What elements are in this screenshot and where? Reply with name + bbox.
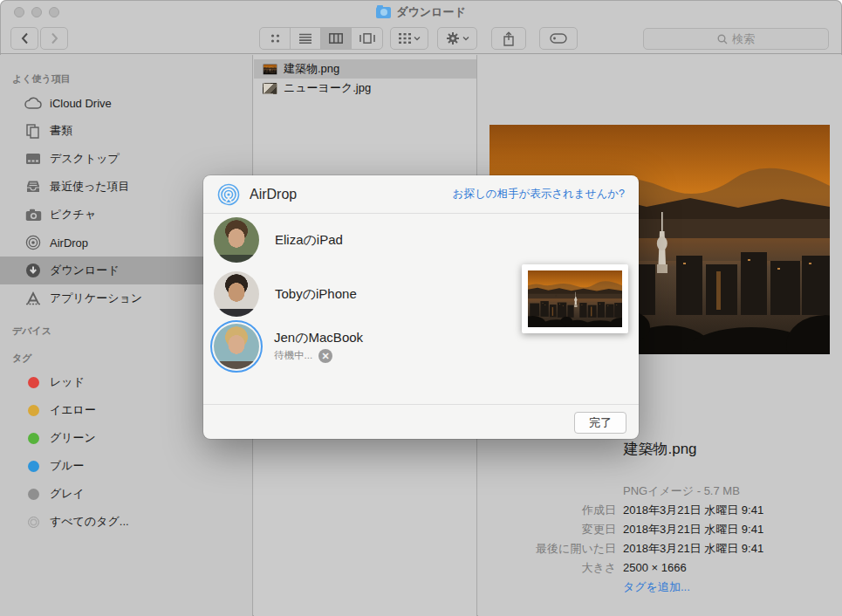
modified-value: 2018年3月21日 水曜日 9:41 [623,520,763,539]
airdrop-person-jen[interactable]: JenのMacBook 待機中... ✕ [214,324,363,368]
dimensions-value: 2500 × 1666 [623,558,687,578]
share-button[interactable] [491,27,526,50]
chevron-down-icon [414,35,421,42]
all-tags-dot-icon [28,517,39,528]
downloads-folder-icon [376,7,391,18]
list-view-icon [299,33,311,44]
last-opened-value: 2018年3月21日 水曜日 9:41 [623,539,763,558]
tag-label: グリーン [50,430,96,446]
modified-label: 変更日 [478,520,616,539]
blue-tag-dot-icon [28,461,39,472]
finder-window: ダウンロード [0,0,842,616]
camera-icon [24,206,42,223]
file-row-newyork-jpg[interactable]: ニューヨーク.jpg [254,79,476,98]
search-icon [717,34,728,44]
person-name: JenのMacBook [274,330,363,346]
sidebar-item-icloud-drive[interactable]: iCloud Drive [0,89,252,117]
sidebar-item-label: ダウンロード [50,263,120,278]
recents-tray-icon [24,178,42,195]
file-name: ニューヨーク.jpg [284,80,371,96]
column-view-button[interactable] [321,28,352,49]
tag-button[interactable] [539,27,578,50]
person-name: ElizaのiPad [275,232,343,249]
favorites-section-header: よく使う項目 [0,67,252,89]
green-tag-dot-icon [28,433,39,444]
sidebar-item-desktop[interactable]: デスクトップ [0,145,252,173]
group-icon [399,33,411,44]
applications-icon [24,290,42,307]
airdrop-person-eliza[interactable]: ElizaのiPad [214,217,343,263]
shared-file-thumbnail [522,264,628,333]
newyork-file-thumbnail-icon [263,83,277,94]
list-view-button[interactable] [291,28,321,49]
gallery-view-icon [359,33,375,44]
sidebar-item-label: デスクトップ [50,151,120,167]
tag-label: ブルー [50,458,85,474]
gray-tag-dot-icon [28,489,39,500]
tag-label: イエロー [50,402,96,418]
preview-filename: 建築物.png [478,439,842,459]
airdrop-dialog-header: AirDrop お探しの相手が表示されませんか? [203,175,639,214]
cloud-icon [24,94,42,112]
document-icon [24,122,42,140]
cancel-transfer-icon[interactable]: ✕ [318,349,332,363]
file-name: 建築物.png [284,61,339,77]
chevron-left-icon [21,32,29,44]
forward-button[interactable] [40,27,68,50]
add-tags-link[interactable]: タグを追加... [623,578,690,597]
created-label: 作成日 [478,501,616,520]
sidebar-item-label: アプリケーション [50,291,142,306]
title-bar: ダウンロード [0,0,842,24]
airdrop-person-toby[interactable]: TobyのiPhone [214,271,357,317]
column-view-icon [329,33,343,44]
airdrop-icon [217,183,240,206]
airdrop-dialog-footer: 完了 [203,404,639,439]
action-menu-button[interactable] [437,27,477,50]
sidebar-item-label: iCloud Drive [50,97,112,110]
sidebar-tag-blue[interactable]: ブルー [0,452,252,480]
file-kind-size: PNGイメージ - 5.7 MB [623,482,740,501]
airdrop-dialog-title: AirDrop [250,187,297,202]
icon-view-icon [270,33,281,44]
preview-metadata: PNGイメージ - 5.7 MB 作成日2018年3月21日 水曜日 9:41 … [478,482,842,597]
downloads-icon [24,262,42,279]
sidebar-item-label: 書類 [50,123,72,139]
search-input[interactable]: 検索 [643,28,829,50]
gear-icon [446,31,460,45]
dimensions-label: 大きさ [478,558,616,578]
chevron-down-icon [462,35,469,42]
group-button[interactable] [390,27,428,50]
yellow-tag-dot-icon [28,405,39,416]
sidebar-tag-gray[interactable]: グレイ [0,480,252,508]
sidebar-item-documents[interactable]: 書類 [0,117,252,145]
chevron-right-icon [51,32,58,44]
view-mode-segmented-control [259,27,383,50]
sidebar-all-tags[interactable]: すべてのタグ... [0,508,252,536]
eliza-avatar [214,217,259,263]
desktop-icon [24,150,42,168]
sidebar-item-label: ピクチャ [50,207,96,222]
transfer-status: 待機中... [274,349,312,362]
airdrop-dialog: AirDrop お探しの相手が表示されませんか? ElizaのiPad Toby… [203,175,639,439]
back-button[interactable] [10,27,38,50]
window-title: ダウンロード [396,4,466,20]
share-icon [503,31,515,46]
tag-label: レッド [50,374,85,390]
airdrop-help-link[interactable]: お探しの相手が表示されませんか? [453,187,625,202]
done-button[interactable]: 完了 [574,412,626,434]
airdrop-radar-icon [24,234,42,251]
icon-view-button[interactable] [260,28,291,49]
red-tag-dot-icon [28,377,39,388]
tag-label: すべてのタグ... [50,514,129,530]
transfer-progress-ring [210,320,263,373]
gallery-view-button[interactable] [352,28,382,49]
sidebar-item-label: 最近使った項目 [50,179,130,195]
search-placeholder: 検索 [732,31,755,47]
jen-avatar [214,324,259,369]
building-file-thumbnail-icon [263,64,277,75]
created-value: 2018年3月21日 水曜日 9:41 [623,501,763,520]
last-opened-label: 最後に開いた日 [478,539,616,558]
sidebar-item-label: AirDrop [50,236,88,250]
tag-icon [550,33,567,44]
file-row-building-png[interactable]: 建築物.png [254,59,476,79]
